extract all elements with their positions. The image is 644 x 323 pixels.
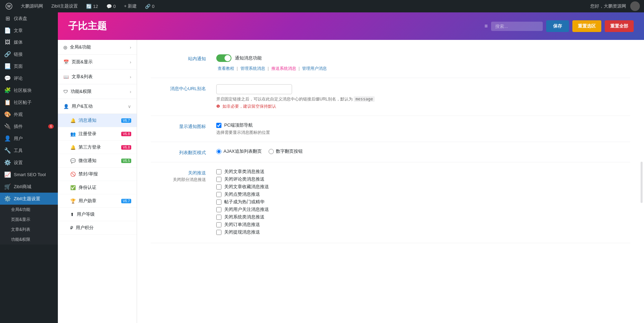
sidebar-sub-post[interactable]: 文章&列表: [0, 225, 58, 235]
plugins-icon: 🔌: [4, 123, 11, 130]
msg-center-url-input[interactable]: [216, 84, 292, 94]
medals-icon: 🏆: [70, 198, 76, 204]
admin-bar-right: 您好，大鹏资源网: [589, 1, 640, 11]
panel-menu-post-list[interactable]: 📖 文章&列表 ›: [58, 69, 137, 84]
panel-sub-identity[interactable]: ✅ 身份认证: [58, 181, 137, 194]
sidebar-item-pages[interactable]: 📃 页面: [0, 60, 58, 72]
panel-sub-ban[interactable]: 🚫 禁封/举报: [58, 168, 137, 181]
wp-logo[interactable]: W: [4, 3, 14, 10]
panel-sub-points[interactable]: ₽ 用户积分: [58, 221, 137, 235]
manage-user-msg-link[interactable]: 管理用户消息: [302, 66, 327, 71]
tools-icon: 🔧: [4, 147, 11, 154]
sidebar-item-forums[interactable]: 📋 社区帖子: [0, 96, 58, 108]
sidebar-item-comments[interactable]: 💬 评论: [0, 72, 58, 84]
ajax-radio-option[interactable]: AJAX追加列表翻页: [216, 148, 262, 154]
panel-sub-level[interactable]: ⬆ 用户等级: [58, 208, 137, 221]
close-comment-checkbox[interactable]: [216, 177, 221, 182]
close-push-system: 关闭系统类消息推送: [216, 214, 630, 220]
header-actions: ≡ 保存 重置选区 重置全部: [485, 20, 634, 32]
show-notif-icon-row: 显示通知图标 PC端顶部导航 选择需要显示消息图标的位置: [151, 116, 630, 142]
reset-selection-button[interactable]: 重置选区: [572, 20, 601, 32]
radio-group: AJAX追加列表翻页 数字翻页按钮: [216, 148, 630, 154]
close-article-checkbox[interactable]: [216, 169, 221, 174]
sidebar-item-links[interactable]: 🔗 链接: [0, 48, 58, 60]
list-pagination-label: 列表翻页模式: [151, 148, 206, 156]
search-icon[interactable]: ≡: [485, 23, 488, 29]
sidebar-item-tools[interactable]: 🔧 工具: [0, 144, 58, 157]
panel-menu-func-perm[interactable]: 🛡 功能&权限 ›: [58, 84, 137, 99]
sidebar-item-smartseo[interactable]: 📈 Smart SEO Tool: [0, 169, 58, 181]
func-perm-icon: 🛡: [63, 89, 68, 94]
sidebar-item-posts[interactable]: 📄 文章: [0, 24, 58, 36]
sidebar-sub-global[interactable]: 全局&功能: [0, 205, 58, 215]
scrollbar[interactable]: [641, 162, 643, 203]
reset-all-button[interactable]: 重置全部: [605, 20, 634, 32]
close-push-label: 关闭推送 关闭部分消息推送: [151, 169, 206, 183]
notification-toggle[interactable]: [216, 54, 231, 62]
new-content[interactable]: + 新建: [123, 3, 138, 9]
panel-menu-page-display[interactable]: 📅 页面&显示 ›: [58, 55, 137, 69]
panel-sub-third-login[interactable]: 🔔 第三方登录 V6.8: [58, 141, 137, 154]
wechat-icon: 💬: [70, 158, 76, 163]
numeric-radio[interactable]: [269, 149, 274, 154]
user-avatar[interactable]: [630, 1, 640, 11]
medals-version: V6.7: [121, 199, 131, 203]
close-push-collect: 关闭文章收藏消息推送: [216, 184, 630, 190]
plugins-badge: 6: [48, 124, 54, 129]
close-withdraw-checkbox[interactable]: [216, 230, 221, 235]
links-count[interactable]: 🔗 0: [144, 4, 156, 9]
comments-link[interactable]: 💬 0: [105, 4, 117, 9]
sidebar-sub-menu: 全局&功能 页面&显示 文章&列表 功能&权限: [0, 205, 58, 245]
close-follow-checkbox[interactable]: [216, 207, 221, 212]
sidebar-item-settings[interactable]: ⚙️ 设置: [0, 157, 58, 169]
smartseo-icon: 📈: [4, 171, 11, 178]
media-icon: 🖼: [4, 39, 11, 45]
msg-center-url-content: 开启固定链接之后，可以在此自定义消息中心的链接后缀URL别名，默认为 messa…: [216, 84, 630, 109]
sidebar-item-zibtheme[interactable]: ⚙️ ZibII主题设置: [0, 193, 58, 205]
panel-menu-user-interact[interactable]: 👤 用户&互动 ∨: [58, 99, 137, 114]
close-order-checkbox[interactable]: [216, 222, 221, 227]
warning-icon: ❶: [216, 104, 220, 109]
sidebar-item-appearance[interactable]: 🎨 外观: [0, 108, 58, 120]
push-system-msg-link[interactable]: 推送系统消息: [271, 66, 296, 71]
sidebar-item-plugins[interactable]: 🔌 插件 6: [0, 120, 58, 132]
panel-menu-global[interactable]: ◎ 全局&功能 ›: [58, 40, 137, 55]
left-panel: ◎ 全局&功能 › 📅 页面&显示 › 📖 文章&列表 ›: [58, 40, 137, 323]
sidebar-item-bbpress[interactable]: 🧩 社区板块: [0, 84, 58, 96]
sidebar-item-users[interactable]: 👤 用户: [0, 132, 58, 144]
panel-sub-medals[interactable]: 🏆 用户勋章 V6.7: [58, 194, 137, 208]
close-hot-checkbox[interactable]: [216, 200, 221, 205]
close-like-checkbox[interactable]: [216, 192, 221, 197]
view-tutorial-link[interactable]: 查看教程: [218, 66, 234, 71]
panel-sub-wechat[interactable]: 💬 微信通知 V6.5: [58, 154, 137, 168]
numeric-radio-option[interactable]: 数字翻页按钮: [269, 148, 303, 154]
close-collect-checkbox[interactable]: [216, 184, 221, 190]
close-system-checkbox[interactable]: [216, 215, 221, 220]
panel-sub-notification[interactable]: 🔔 消息通知 V6.7: [58, 114, 137, 127]
sidebar-sub-func[interactable]: 功能&权限: [0, 235, 58, 245]
users-icon: 👤: [4, 135, 11, 142]
theme-settings-link[interactable]: ZibII主题设置: [50, 3, 79, 9]
chevron-right-icon-2: ›: [130, 60, 131, 65]
site-notification-label: 站内通知: [151, 54, 206, 62]
sidebar-sub-page[interactable]: 页面&显示: [0, 215, 58, 225]
ajax-radio[interactable]: [216, 149, 221, 154]
sidebar-item-zibmall[interactable]: 🛒 ZibII商城: [0, 181, 58, 193]
close-push-hot: 帖子成为热门或精华: [216, 199, 630, 205]
main-content: 子比主题 ≡ 保存 重置选区 重置全部 ◎ 全局&功能 › 📅 页面&显示: [58, 12, 644, 323]
save-button[interactable]: 保存: [546, 20, 569, 32]
panel-sub-register[interactable]: 👥 注册登录 V6.8: [58, 127, 137, 141]
close-push-row: 关闭推送 关闭部分消息推送 关闭文章类消息推送 关闭评论类消息推送: [151, 162, 630, 243]
sidebar-item-dashboard[interactable]: ⊞ 仪表盘: [0, 12, 58, 24]
show-notif-icon-label: 显示通知图标: [151, 122, 206, 130]
updates-link[interactable]: 🔄 12: [85, 4, 99, 9]
site-notification-row: 站内通知 通知消息功能 查看教程 | 管理系统消息 | 推送系统消息 |: [151, 48, 630, 78]
site-name[interactable]: 大鹏源码网: [19, 3, 44, 9]
sidebar-item-media[interactable]: 🖼 媒体: [0, 36, 58, 48]
search-input[interactable]: [491, 22, 543, 31]
manage-system-msg-link[interactable]: 管理系统消息: [240, 66, 265, 71]
show-notif-hint: 选择需要显示消息图标的位置: [216, 130, 630, 136]
dashboard-icon: ⊞: [4, 15, 11, 22]
pc-nav-checkbox[interactable]: [216, 123, 221, 128]
numeric-radio-label: 数字翻页按钮: [276, 148, 303, 154]
